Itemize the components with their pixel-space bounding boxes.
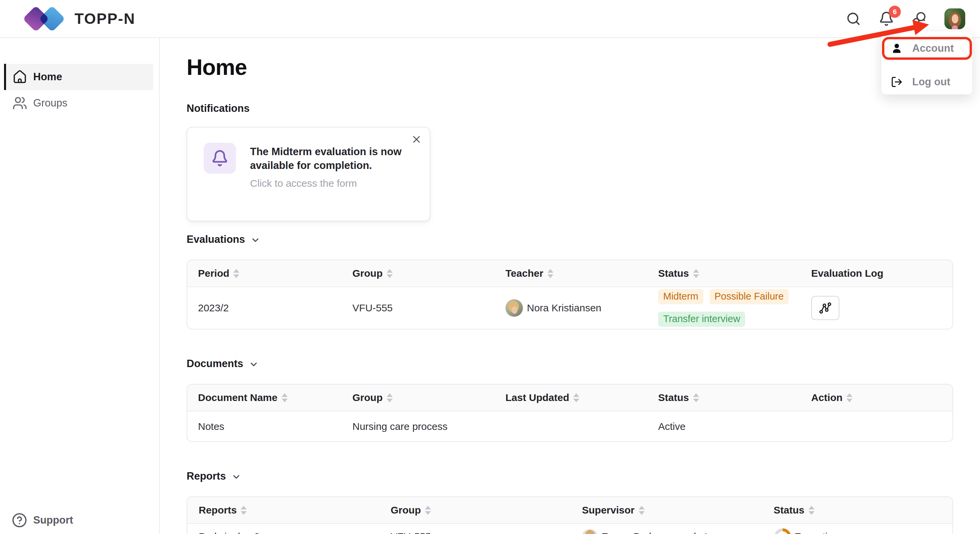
evaluations-table: Period Group Teacher Status Evaluation L… (186, 260, 953, 330)
cell-period: 2023/2 (198, 302, 352, 314)
column-header-supervisor[interactable]: Supervisor (582, 497, 773, 523)
notification-card[interactable]: The Midterm evaluation is now available … (186, 127, 430, 221)
avatar (506, 299, 523, 317)
cell-teacher: Nora Kristiansen (506, 299, 658, 317)
cell-document-name: Notes (198, 421, 352, 432)
bell-icon (211, 150, 229, 167)
teacher-name: Nora Kristiansen (527, 302, 601, 314)
account-menu-label: Account (912, 42, 954, 54)
column-header-group[interactable]: Group (391, 497, 582, 523)
column-header-action[interactable]: Action (811, 384, 953, 411)
progress-ring (773, 528, 792, 534)
status-badge: Possible Failure (710, 289, 789, 304)
cell-report-name: Praksis dag 2 (199, 531, 391, 534)
column-header-group[interactable]: Group (352, 260, 506, 287)
logout-icon (891, 76, 903, 88)
reports-table-header: Reports Group Supervisor Status (187, 497, 953, 524)
sort-icon (573, 393, 579, 402)
reports-label-text: Reports (186, 470, 226, 482)
menu-item-logout[interactable]: Log out (891, 72, 966, 92)
chevron-down-icon (231, 472, 241, 482)
cell-status: Midterm Possible Failure Transfer interv… (658, 289, 811, 327)
notification-subtitle: Click to access the form (250, 178, 430, 189)
sort-icon (233, 269, 239, 278)
notification-bell-tile (204, 143, 236, 174)
sidebar-item-groups[interactable]: Groups (4, 90, 153, 116)
cell-status: Active (658, 421, 811, 432)
column-header-teacher[interactable]: Teacher (506, 260, 658, 287)
home-icon (13, 70, 27, 84)
reports-section-header[interactable]: Reports (186, 470, 953, 482)
sort-icon (846, 393, 853, 402)
column-header-document-name[interactable]: Document Name (198, 384, 352, 411)
sidebar-item-label: Home (33, 71, 62, 83)
column-header-last-updated[interactable]: Last Updated (506, 384, 658, 411)
cell-group: Nursing care process (352, 421, 506, 432)
support-chat-icon[interactable] (912, 11, 927, 27)
sort-icon (693, 269, 699, 278)
main-content: Home Notifications The Midterm evaluatio… (160, 38, 980, 534)
cell-status: Execution (773, 528, 953, 534)
status-badges: Midterm Possible Failure Transfer interv… (658, 289, 806, 327)
column-header-group[interactable]: Group (352, 384, 506, 411)
menu-item-account[interactable]: Account (891, 38, 966, 59)
evaluations-table-row[interactable]: 2023/2 VFU-555 Nora Kristiansen Midterm … (187, 287, 953, 329)
chevron-down-icon (250, 235, 261, 245)
supervisor-names: Emma Pedersen and (601, 531, 696, 534)
documents-table-row[interactable]: Notes Nursing care process Active (187, 411, 953, 441)
waypoints-icon (818, 301, 832, 315)
reports-table-row[interactable]: Praksis dag 2 VFU-555 Emma Pedersen and … (187, 524, 953, 534)
cell-supervisor: Emma Pedersen and 1more (582, 529, 773, 534)
topbar: TOPP-N 6 (0, 0, 980, 38)
column-header-status[interactable]: Status (773, 497, 953, 523)
evaluation-log-button[interactable] (811, 296, 839, 320)
evaluations-label-text: Evaluations (186, 233, 245, 245)
report-status-text: Execution (794, 531, 839, 534)
groups-icon (13, 96, 27, 110)
cell-evaluation-log (811, 296, 953, 320)
column-header-period[interactable]: Period (198, 260, 352, 287)
notifications-label-text: Notifications (186, 102, 250, 115)
sidebar-item-label: Groups (33, 97, 67, 109)
logo-diamond-blue (38, 5, 65, 32)
brand-name: TOPP-N (75, 10, 135, 27)
notifications-section-label: Notifications (186, 102, 953, 115)
sort-icon (639, 506, 645, 515)
documents-table-header: Document Name Group Last Updated Status … (187, 384, 953, 411)
documents-section-header[interactable]: Documents (186, 358, 953, 370)
sort-icon (547, 269, 554, 278)
status-badge: Midterm (658, 289, 703, 304)
account-dropdown-menu: Account Log out (881, 31, 973, 95)
sort-icon (282, 393, 288, 402)
brand-logo-icon (25, 8, 67, 30)
column-header-reports[interactable]: Reports (199, 497, 391, 523)
page-title: Home (186, 56, 953, 79)
notifications-bell-icon[interactable]: 6 (879, 11, 894, 27)
user-avatar[interactable] (944, 8, 965, 29)
avatar (582, 529, 597, 534)
search-icon[interactable] (846, 11, 861, 27)
column-header-status[interactable]: Status (658, 260, 811, 287)
person-icon (891, 42, 903, 54)
support-label: Support (33, 514, 73, 526)
sort-icon (387, 269, 393, 278)
brand-logo[interactable]: TOPP-N (25, 8, 135, 30)
column-header-status[interactable]: Status (658, 384, 811, 411)
sort-icon (387, 393, 393, 402)
documents-label-text: Documents (186, 358, 243, 370)
help-circle-icon (12, 513, 27, 528)
sidebar-item-home[interactable]: Home (4, 64, 153, 90)
status-badge: Transfer interview (658, 312, 745, 327)
evaluations-table-header: Period Group Teacher Status Evaluation L… (187, 260, 953, 287)
column-header-evaluation-log[interactable]: Evaluation Log (811, 260, 953, 287)
sort-icon (808, 506, 815, 515)
logout-menu-label: Log out (912, 76, 950, 88)
supervisor-more-link[interactable]: 1more (703, 531, 732, 534)
sort-icon (241, 506, 247, 515)
evaluations-section-header[interactable]: Evaluations (186, 233, 953, 245)
sidebar-item-support[interactable]: Support (12, 513, 73, 528)
notification-title: The Midterm evaluation is now available … (250, 145, 404, 172)
sort-icon (693, 393, 699, 402)
chevron-down-icon (249, 359, 259, 370)
close-icon[interactable] (411, 134, 422, 145)
